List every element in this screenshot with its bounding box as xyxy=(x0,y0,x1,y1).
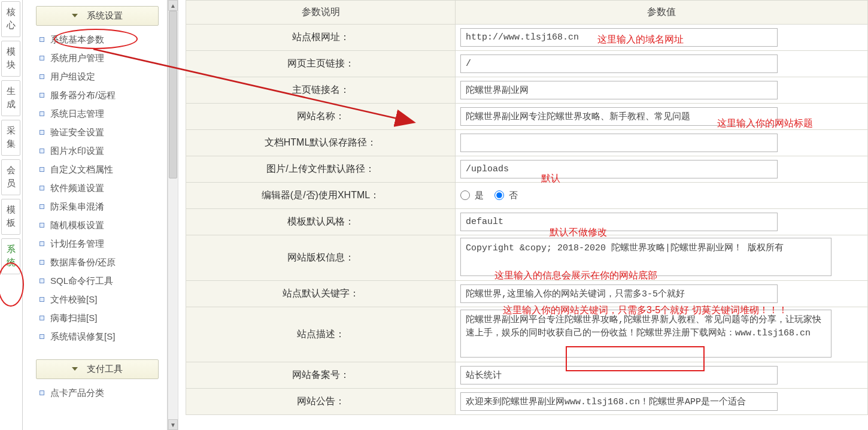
sidebar-item-label: 系统基本参数 xyxy=(50,34,104,44)
header-value: 参数值 xyxy=(456,1,868,25)
vtab-1[interactable]: 模块 xyxy=(1,41,20,77)
scroll-down-button[interactable]: ▼ xyxy=(168,419,178,430)
bullet-icon xyxy=(40,223,44,228)
sidebar-item-label: 验证安全设置 xyxy=(50,127,104,137)
sidebar-item[interactable]: 防采集串混淆 xyxy=(40,198,163,216)
bullet-icon xyxy=(40,334,44,339)
bullet-icon xyxy=(40,93,44,98)
param-label: 站点默认关键字： xyxy=(186,281,456,307)
param-label: 编辑器(是/否)使用XHTML： xyxy=(186,183,456,209)
sidebar-item[interactable]: 服务器分布/远程 xyxy=(40,86,163,105)
sidebar-group-label: 系统设置 xyxy=(87,10,123,20)
radio-no-label[interactable]: 否 xyxy=(494,190,518,200)
param-input[interactable] xyxy=(460,134,778,152)
sidebar-item[interactable]: 系统用户管理 xyxy=(40,49,163,68)
param-label: 站点描述： xyxy=(186,307,456,362)
bullet-icon xyxy=(40,297,44,302)
bullet-icon xyxy=(40,37,44,42)
param-textarea[interactable] xyxy=(460,238,831,276)
sidebar-item-label: 数据库备份/还原 xyxy=(50,257,116,267)
bullet-icon xyxy=(40,390,44,395)
caret-down-icon xyxy=(72,14,78,17)
param-value-cell xyxy=(456,104,868,130)
bullet-icon xyxy=(40,241,44,246)
main-panel: 参数说明 参数值 站点根网址：网页主页链接：主页链接名：网站名称：文档HTML默… xyxy=(178,0,868,430)
param-radio-group: 是 否 xyxy=(460,190,863,201)
param-value-cell xyxy=(456,281,868,307)
bullet-icon xyxy=(40,56,44,60)
bullet-icon xyxy=(40,260,44,265)
param-label: 图片/上传文件默认路径： xyxy=(186,156,456,183)
vtab-0[interactable]: 核心 xyxy=(1,1,20,37)
sidebar-item[interactable]: 文件校验[S] xyxy=(40,290,163,309)
param-label: 主页链接名： xyxy=(186,77,456,104)
sidebar-item[interactable]: 点卡产品分类 xyxy=(40,384,163,402)
param-input[interactable] xyxy=(460,284,778,303)
param-input[interactable] xyxy=(460,366,778,384)
sidebar-group-system[interactable]: 系统设置 xyxy=(36,6,159,26)
sidebar-list-system: 系统基本参数系统用户管理用户组设定服务器分布/远程系统日志管理验证安全设置图片水… xyxy=(28,31,167,353)
sidebar-item-label: 病毒扫描[S] xyxy=(50,313,97,323)
param-value-cell xyxy=(456,156,868,183)
param-label: 网站公告： xyxy=(186,389,456,415)
sidebar-item[interactable]: 计划任务管理 xyxy=(40,235,163,253)
bullet-icon xyxy=(40,278,44,283)
sidebar-list-pay: 点卡产品分类 xyxy=(28,384,167,410)
param-input[interactable] xyxy=(460,28,778,47)
sidebar-item-label: 自定义文档属性 xyxy=(50,164,113,174)
param-label: 模板默认风格： xyxy=(186,209,456,235)
sidebar-item[interactable]: 随机模板设置 xyxy=(40,216,163,235)
sidebar-item[interactable]: 用户组设定 xyxy=(40,68,163,86)
sidebar-item[interactable]: 系统日志管理 xyxy=(40,105,163,123)
sidebar-item[interactable]: 系统基本参数 xyxy=(40,31,163,49)
sidebar: 系统设置 系统基本参数系统用户管理用户组设定服务器分布/远程系统日志管理验证安全… xyxy=(23,0,168,430)
radio-yes[interactable] xyxy=(460,190,470,200)
sidebar-item[interactable]: 数据库备份/还原 xyxy=(40,253,163,272)
vtab-5[interactable]: 模板 xyxy=(1,199,20,235)
param-input[interactable] xyxy=(460,81,778,99)
param-value-cell xyxy=(456,51,868,77)
sidebar-item[interactable]: 验证安全设置 xyxy=(40,123,163,142)
bullet-icon xyxy=(40,111,44,116)
bullet-icon xyxy=(40,74,44,79)
sidebar-item[interactable]: 自定义文档属性 xyxy=(40,161,163,179)
param-input[interactable] xyxy=(460,107,778,126)
vtab-2[interactable]: 生成 xyxy=(1,80,20,116)
vtab-3[interactable]: 采集 xyxy=(1,120,20,156)
radio-no[interactable] xyxy=(494,190,504,200)
param-input[interactable] xyxy=(460,160,778,178)
param-label: 网站版权信息： xyxy=(186,235,456,281)
sidebar-item-label: 用户组设定 xyxy=(50,71,95,81)
vtab-6[interactable]: 系统 xyxy=(1,238,20,274)
sidebar-item[interactable]: 系统错误修复[S] xyxy=(40,328,163,346)
bullet-icon xyxy=(40,130,44,135)
sidebar-group-pay[interactable]: 支付工具 xyxy=(36,359,159,379)
sidebar-item-label: 系统错误修复[S] xyxy=(50,331,115,341)
sidebar-scrollbar[interactable]: ▲ ▼ xyxy=(168,0,178,430)
bullet-icon xyxy=(40,149,44,153)
param-textarea[interactable] xyxy=(460,310,831,358)
sidebar-item[interactable]: SQL命令行工具 xyxy=(40,272,163,290)
scroll-up-button[interactable]: ▲ xyxy=(168,0,178,11)
sidebar-item-label: 软件频道设置 xyxy=(50,183,104,193)
sidebar-item-label: SQL命令行工具 xyxy=(50,275,113,286)
param-value-cell xyxy=(456,389,868,415)
radio-yes-label[interactable]: 是 xyxy=(460,190,484,200)
sidebar-item-label: 服务器分布/远程 xyxy=(50,90,116,100)
sidebar-item[interactable]: 软件频道设置 xyxy=(40,179,163,198)
sidebar-item[interactable]: 病毒扫描[S] xyxy=(40,309,163,328)
param-value-cell xyxy=(456,77,868,104)
param-input[interactable] xyxy=(460,392,778,411)
param-input[interactable] xyxy=(460,213,778,231)
scroll-thumb[interactable] xyxy=(169,11,177,178)
param-input[interactable] xyxy=(460,54,778,73)
param-value-cell xyxy=(456,25,868,51)
header-label: 参数说明 xyxy=(186,1,456,25)
vtab-4[interactable]: 会员 xyxy=(1,159,20,195)
param-value-cell xyxy=(456,235,868,281)
param-value-cell xyxy=(456,307,868,362)
param-label: 文档HTML默认保存路径： xyxy=(186,130,456,156)
sidebar-item-label: 图片水印设置 xyxy=(50,146,104,156)
bullet-icon xyxy=(40,204,44,209)
sidebar-item[interactable]: 图片水印设置 xyxy=(40,142,163,161)
